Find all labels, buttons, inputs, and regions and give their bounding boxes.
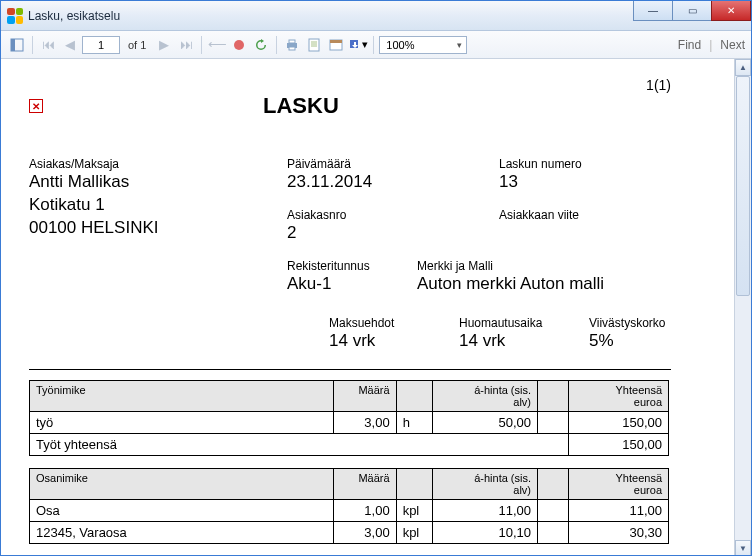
broken-image-icon: ✕ <box>29 99 43 113</box>
th-work-price: á-hinta (sis. alv) <box>433 380 538 411</box>
reg-label: Rekisteritunnus <box>287 259 397 273</box>
parts-table: Osanimike Määrä á-hinta (sis. alv) Yhtee… <box>29 468 669 544</box>
print-layout-icon[interactable] <box>304 35 324 55</box>
table-row: 12345, Varaosa 3,00 kpl 10,10 30,30 <box>30 521 669 543</box>
notice-label: Huomautusaika <box>459 316 569 330</box>
customer-section-label: Asiakas/Maksaja <box>29 157 259 171</box>
svg-rect-5 <box>289 47 295 50</box>
export-icon[interactable]: ▾ <box>348 35 368 55</box>
svg-rect-11 <box>330 40 342 43</box>
make-label: Merkki ja Malli <box>417 259 637 273</box>
terms-label: Maksuehdot <box>329 316 439 330</box>
zoom-value: 100% <box>386 39 414 51</box>
svg-rect-4 <box>289 40 295 43</box>
svg-rect-1 <box>11 39 15 51</box>
make-value: Auton merkki Auton malli <box>417 273 637 296</box>
maximize-button[interactable]: ▭ <box>672 1 712 21</box>
page-of-label: of 1 <box>122 39 152 51</box>
find-next-link[interactable]: Next <box>720 38 745 52</box>
date-value: 23.11.2014 <box>287 171 459 194</box>
print-icon[interactable] <box>282 35 302 55</box>
find-separator: | <box>709 38 712 52</box>
prev-page-button[interactable]: ◀ <box>60 35 80 55</box>
th-work-gap <box>538 380 569 411</box>
th-work-name: Työnimike <box>30 380 334 411</box>
app-icon <box>7 8 23 24</box>
page-number-input[interactable] <box>82 36 120 54</box>
th-part-name: Osanimike <box>30 468 334 499</box>
notice-value: 14 vrk <box>459 330 569 353</box>
refresh-icon[interactable] <box>251 35 271 55</box>
th-part-total: Yhteensä euroa <box>569 468 669 499</box>
document-viewport[interactable]: 1(1) ✕ LASKU Asiakas/Maksaja Antti Malli… <box>1 59 734 556</box>
svg-point-2 <box>234 40 244 50</box>
th-part-gap <box>538 468 569 499</box>
interest-label: Viivästyskorko <box>589 316 699 330</box>
close-button[interactable]: ✕ <box>711 1 751 21</box>
date-label: Päivämäärä <box>287 157 459 171</box>
last-page-button[interactable]: ⏭ <box>176 35 196 55</box>
zoom-dropdown[interactable]: 100% <box>379 36 467 54</box>
cust-no-label: Asiakasnro <box>287 208 459 222</box>
table-row: työ 3,00 h 50,00 150,00 <box>30 411 669 433</box>
terms-value: 14 vrk <box>329 330 439 353</box>
minimize-button[interactable]: — <box>633 1 673 21</box>
table-row: Osa 1,00 kpl 11,00 11,00 <box>30 499 669 521</box>
invoice-no-label: Laskun numero <box>499 157 671 171</box>
page-setup-icon[interactable] <box>326 35 346 55</box>
cust-no-value: 2 <box>287 222 459 245</box>
divider <box>29 369 671 370</box>
titlebar: Lasku, esikatselu — ▭ ✕ <box>1 1 751 31</box>
first-page-button[interactable]: ⏮ <box>38 35 58 55</box>
invoice-page: 1(1) ✕ LASKU Asiakas/Maksaja Antti Malli… <box>1 59 701 556</box>
th-work-qty: Määrä <box>333 380 396 411</box>
report-toolbar: ⏮ ◀ of 1 ▶ ⏭ ⟵ ▾ 100% Find | Next <box>1 31 751 59</box>
th-part-price: á-hinta (sis. alv) <box>433 468 538 499</box>
customer-name: Antti Mallikas <box>29 171 259 194</box>
table-footer-row: Työt yhteensä 150,00 <box>30 433 669 455</box>
th-part-qty: Määrä <box>333 468 396 499</box>
scroll-down-button[interactable]: ▼ <box>735 540 751 556</box>
th-part-unit <box>396 468 433 499</box>
reg-value: Aku-1 <box>287 273 397 296</box>
th-work-unit <box>396 380 433 411</box>
invoice-no-value: 13 <box>499 171 671 194</box>
invoice-title: LASKU <box>263 93 339 119</box>
vertical-scrollbar[interactable]: ▲ ▼ <box>734 59 751 556</box>
interest-value: 5% <box>589 330 699 353</box>
scroll-up-button[interactable]: ▲ <box>735 59 751 76</box>
sidebar-toggle-icon[interactable] <box>7 35 27 55</box>
customer-postal: 00100 HELSINKI <box>29 217 259 240</box>
customer-street: Kotikatu 1 <box>29 194 259 217</box>
back-button[interactable]: ⟵ <box>207 35 227 55</box>
work-table: Työnimike Määrä á-hinta (sis. alv) Yhtee… <box>29 380 669 456</box>
cust-ref-label: Asiakkaan viite <box>499 208 671 222</box>
svg-rect-6 <box>309 39 319 51</box>
next-page-button[interactable]: ▶ <box>154 35 174 55</box>
stop-icon[interactable] <box>229 35 249 55</box>
find-link[interactable]: Find <box>678 38 701 52</box>
th-work-total: Yhteensä euroa <box>569 380 669 411</box>
page-counter: 1(1) <box>29 77 671 93</box>
scroll-thumb[interactable] <box>736 76 750 296</box>
window-title: Lasku, esikatselu <box>28 9 120 23</box>
